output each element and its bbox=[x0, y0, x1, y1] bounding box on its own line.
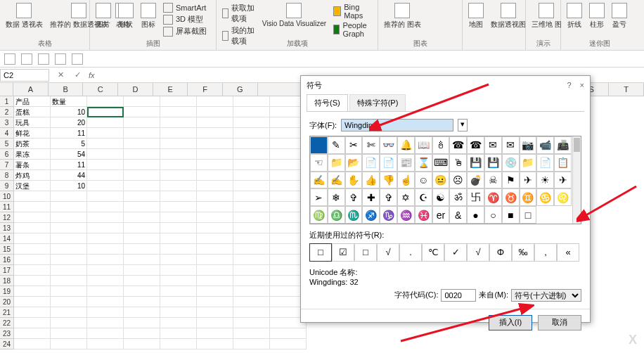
symbol-cell[interactable]: ☯ bbox=[432, 188, 450, 206]
chart-type-icon[interactable] bbox=[442, 12, 455, 20]
cell[interactable] bbox=[124, 170, 160, 181]
symbol-cell[interactable]: 📄 bbox=[380, 154, 397, 172]
row-header[interactable]: 14 bbox=[0, 233, 14, 244]
cell[interactable] bbox=[233, 328, 270, 339]
cancel-icon[interactable]: ✕ bbox=[55, 70, 66, 81]
cell[interactable] bbox=[124, 265, 160, 276]
symbol-cell[interactable]: ♒ bbox=[397, 206, 415, 224]
cell[interactable]: 10 bbox=[51, 107, 87, 117]
select-all-corner[interactable] bbox=[0, 83, 13, 96]
cell[interactable] bbox=[160, 96, 197, 107]
recent-symbol[interactable]: « bbox=[557, 243, 579, 262]
cell[interactable] bbox=[197, 297, 233, 307]
cell[interactable] bbox=[233, 297, 270, 307]
row-header[interactable]: 13 bbox=[0, 223, 14, 233]
cell[interactable] bbox=[87, 212, 124, 223]
cancel-button[interactable]: 取消 bbox=[538, 315, 581, 330]
cell[interactable] bbox=[233, 233, 270, 244]
cell[interactable] bbox=[160, 170, 197, 181]
cell[interactable] bbox=[124, 160, 160, 170]
cell[interactable] bbox=[51, 265, 87, 276]
cell[interactable] bbox=[197, 276, 233, 286]
column-header[interactable]: B bbox=[49, 83, 84, 96]
cell[interactable] bbox=[51, 202, 87, 212]
symbol-cell[interactable]: ♐ bbox=[362, 206, 380, 224]
symbol-cell[interactable]: ■ bbox=[502, 206, 520, 224]
cell[interactable]: 果冻 bbox=[14, 149, 51, 160]
cell[interactable] bbox=[87, 149, 124, 160]
cell[interactable] bbox=[51, 276, 87, 286]
cell[interactable] bbox=[233, 181, 270, 191]
row-header[interactable]: 6 bbox=[0, 149, 14, 160]
cell[interactable]: 20 bbox=[51, 117, 87, 128]
cell[interactable] bbox=[160, 202, 197, 212]
symbol-cell[interactable]: ☎ bbox=[449, 136, 467, 154]
row-header[interactable]: 3 bbox=[0, 117, 14, 128]
symbol-cell[interactable]: 📹 bbox=[536, 136, 554, 154]
cell[interactable] bbox=[197, 149, 233, 160]
recent-symbol[interactable]: , bbox=[534, 243, 557, 262]
row-header[interactable]: 8 bbox=[0, 170, 14, 181]
symbol-cell[interactable]: ✍ bbox=[328, 172, 345, 189]
symbol-cell[interactable]: ☪ bbox=[415, 188, 432, 206]
symbol-cell[interactable]: ♓ bbox=[415, 206, 432, 224]
cell[interactable] bbox=[14, 233, 51, 244]
cell[interactable] bbox=[233, 265, 270, 276]
cell[interactable] bbox=[197, 170, 233, 181]
icons-button[interactable]: 图标 bbox=[141, 3, 156, 37]
cell[interactable] bbox=[197, 202, 233, 212]
row-header[interactable]: 19 bbox=[0, 286, 14, 297]
chart-type-icon[interactable] bbox=[428, 12, 441, 20]
cell[interactable] bbox=[124, 149, 160, 160]
symbol-cell[interactable]: ✉ bbox=[502, 136, 520, 154]
symbol-cell[interactable]: 📠 bbox=[554, 136, 572, 154]
cell[interactable] bbox=[197, 307, 233, 318]
symbol-cell[interactable]: ♌ bbox=[554, 188, 572, 206]
cell[interactable] bbox=[51, 297, 87, 307]
cell[interactable] bbox=[87, 233, 124, 244]
cell[interactable] bbox=[160, 139, 197, 149]
column-header[interactable]: C bbox=[83, 83, 118, 96]
cell[interactable] bbox=[197, 96, 233, 107]
cell[interactable] bbox=[14, 212, 51, 223]
cell[interactable] bbox=[270, 339, 307, 349]
symbol-cell[interactable]: 💣 bbox=[467, 172, 484, 189]
help-icon[interactable]: ? bbox=[567, 81, 571, 89]
chart-type-icon[interactable] bbox=[442, 3, 455, 11]
symbol-cell[interactable]: 📰 bbox=[397, 154, 415, 172]
qat-icon[interactable] bbox=[38, 53, 49, 65]
cell[interactable] bbox=[160, 276, 197, 286]
bingmaps-button[interactable]: Bing Maps bbox=[333, 3, 372, 20]
cell[interactable] bbox=[160, 328, 197, 339]
cell[interactable] bbox=[124, 276, 160, 286]
cell[interactable]: 汉堡 bbox=[14, 181, 51, 191]
cell[interactable] bbox=[14, 255, 51, 265]
column-header[interactable]: A bbox=[13, 83, 49, 96]
row-header[interactable]: 1 bbox=[0, 96, 14, 107]
cell[interactable] bbox=[124, 181, 160, 191]
cell[interactable] bbox=[87, 244, 124, 255]
cell[interactable] bbox=[124, 297, 160, 307]
row-header[interactable]: 22 bbox=[0, 318, 14, 328]
recent-symbol[interactable]: √ bbox=[467, 243, 489, 262]
cell[interactable]: 奶茶 bbox=[14, 139, 51, 149]
cell[interactable] bbox=[14, 318, 51, 328]
chart-type-icon[interactable] bbox=[442, 22, 455, 30]
cell[interactable] bbox=[160, 244, 197, 255]
cell[interactable] bbox=[197, 328, 233, 339]
cell[interactable] bbox=[14, 276, 51, 286]
cell[interactable] bbox=[160, 255, 197, 265]
row-header[interactable]: 24 bbox=[0, 339, 14, 349]
cell[interactable]: 蛋糕 bbox=[14, 107, 51, 117]
symbol-cell[interactable]: 💾 bbox=[484, 154, 502, 172]
cell[interactable]: 薯条 bbox=[14, 160, 51, 170]
symbol-cell[interactable]: ☜ bbox=[310, 154, 328, 172]
cell[interactable] bbox=[14, 307, 51, 318]
from-select[interactable]: 符号(十六进制) bbox=[511, 289, 581, 302]
recent-symbol[interactable]: □ bbox=[309, 243, 332, 262]
insert-button[interactable]: 插入(I) bbox=[489, 315, 532, 330]
column-header[interactable]: D bbox=[118, 83, 153, 96]
cell[interactable] bbox=[87, 117, 124, 128]
recent-symbol[interactable]: ℃ bbox=[422, 243, 444, 262]
cell[interactable] bbox=[197, 212, 233, 223]
